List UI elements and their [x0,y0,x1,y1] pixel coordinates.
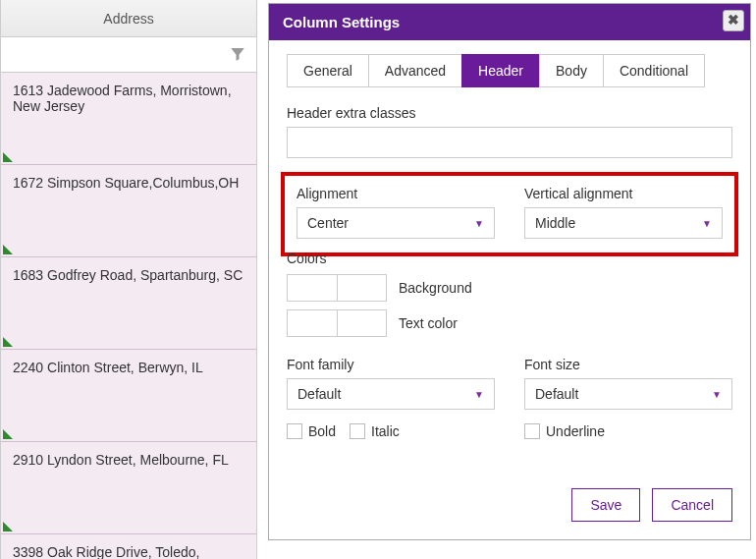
dialog-body: General Advanced Header Body Conditional… [269,40,750,539]
table-cell[interactable]: 3398 Oak Ridge Drive, Toledo, [1,534,256,559]
font-family-select[interactable]: Default ▼ [287,378,495,410]
column-cells: 1613 Jadewood Farms, Morristown, New Jer… [1,73,256,559]
tab-conditional[interactable]: Conditional [603,54,705,87]
chevron-down-icon: ▼ [474,389,484,400]
font-family-label: Font family [287,357,495,372]
close-icon: ✖ [728,12,739,28]
colors-label: Colors [287,251,732,266]
cell-text: 2240 Clinton Street, Berwyn, IL [13,360,203,375]
background-label: Background [399,280,472,296]
table-cell[interactable]: 2910 Lyndon Street, Melbourne, FL [1,442,256,534]
font-size-select[interactable]: Default ▼ [524,378,732,410]
cell-marker-icon [3,522,13,531]
tab-advanced[interactable]: Advanced [368,54,462,87]
alignment-value: Center [307,215,349,231]
colors-section: Colors Background Text color [287,251,732,337]
filter-icon[interactable] [229,45,246,63]
cell-text: 1613 Jadewood Farms, Morristown, New Jer… [13,83,232,114]
save-button[interactable]: Save [571,488,640,522]
cell-text: 2910 Lyndon Street, Melbourne, FL [13,452,229,468]
cell-marker-icon [3,152,13,162]
bold-checkbox[interactable]: Bold [287,423,336,439]
underline-checkbox[interactable]: Underline [524,423,605,439]
background-color-picker[interactable] [287,274,387,302]
font-size-value: Default [535,386,578,402]
checkbox-icon [350,423,365,439]
chevron-down-icon: ▼ [702,218,712,229]
italic-checkbox[interactable]: Italic [350,423,400,439]
column-filter-row[interactable] [1,37,256,73]
address-column: Address 1613 Jadewood Farms, Morristown,… [0,0,257,559]
table-cell[interactable]: 1672 Simpson Square,Columbus,OH [1,165,256,257]
alignment-select[interactable]: Center ▼ [297,207,495,239]
checkbox-icon [524,423,540,439]
text-color-picker[interactable] [287,309,387,337]
table-cell[interactable]: 1613 Jadewood Farms, Morristown, New Jer… [1,73,256,165]
font-family-value: Default [297,386,341,402]
tab-body[interactable]: Body [539,54,604,87]
column-header[interactable]: Address [1,0,256,37]
tab-general[interactable]: General [287,54,369,87]
tabs: General Advanced Header Body Conditional [287,54,732,87]
vertical-alignment-label: Vertical alignment [524,186,723,201]
chevron-down-icon: ▼ [712,389,722,400]
cell-marker-icon [3,337,13,347]
header-extra-classes-input[interactable] [287,127,732,158]
cell-text: 1683 Godfrey Road, Spartanburg, SC [13,267,243,283]
table-cell[interactable]: 2240 Clinton Street, Berwyn, IL [1,350,256,442]
cell-marker-icon [3,429,13,439]
tab-header[interactable]: Header [461,54,540,87]
chevron-down-icon: ▼ [474,218,484,229]
alignment-label: Alignment [297,186,495,201]
bold-label: Bold [308,423,336,439]
cell-text: 3398 Oak Ridge Drive, Toledo, [13,544,199,559]
font-size-label: Font size [524,357,732,372]
vertical-alignment-value: Middle [535,215,575,231]
cancel-button[interactable]: Cancel [652,488,732,522]
dialog-title-text: Column Settings [283,14,400,30]
cell-marker-icon [3,245,13,254]
underline-label: Underline [546,423,605,439]
column-settings-dialog: Column Settings ✖ General Advanced Heade… [268,3,751,540]
text-color-label: Text color [399,315,458,331]
alignment-highlight-box: Alignment Center ▼ Vertical alignment Mi… [281,172,738,256]
dialog-title: Column Settings ✖ [269,4,750,40]
vertical-alignment-select[interactable]: Middle ▼ [524,207,723,239]
table-cell[interactable]: 1683 Godfrey Road, Spartanburg, SC [1,257,256,350]
cell-text: 1672 Simpson Square,Columbus,OH [13,175,239,191]
checkbox-icon [287,423,302,439]
header-extra-classes-label: Header extra classes [287,105,732,121]
close-button[interactable]: ✖ [723,10,744,31]
italic-label: Italic [371,423,400,439]
